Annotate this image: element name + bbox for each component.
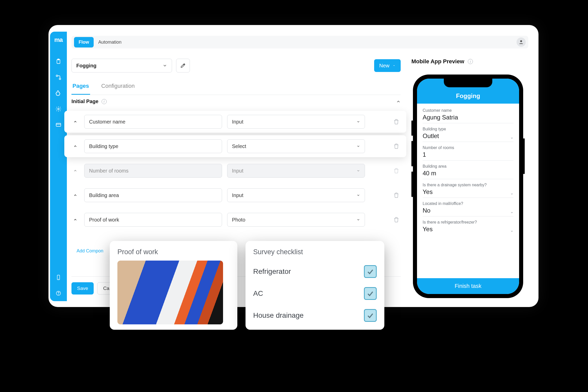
field-row[interactable]: Number of rooms Input	[64, 160, 406, 182]
collapse-icon[interactable]	[396, 99, 401, 104]
phone-field: Number of rooms 1	[423, 145, 513, 161]
chevron-down-icon	[357, 144, 360, 148]
phone-field[interactable]: Building type Outlet⌄	[423, 127, 513, 142]
topbar: Flow Automation	[71, 36, 528, 48]
logo: ma	[54, 36, 63, 43]
chevron-down-icon	[357, 193, 360, 197]
edit-button[interactable]	[176, 59, 190, 72]
workflow-select[interactable]: Fogging	[71, 59, 172, 72]
chevron-up-icon[interactable]	[71, 193, 79, 197]
phone-field[interactable]: Is there a refrigerator/freezer? Yes⌄	[423, 220, 513, 235]
svg-point-4	[58, 108, 59, 110]
help-icon[interactable]	[54, 289, 63, 298]
field-type-select[interactable]: Input	[227, 188, 365, 202]
subtab-configuration[interactable]: Configuration	[100, 78, 136, 95]
chevron-up-icon[interactable]	[71, 169, 79, 173]
svg-point-2	[56, 75, 58, 77]
field-row[interactable]: Building area Input	[64, 184, 406, 206]
field-name-input[interactable]: Number of rooms	[84, 164, 222, 178]
svg-point-3	[59, 78, 61, 80]
chevron-down-icon	[357, 169, 360, 173]
phone-title: Fogging	[456, 92, 480, 100]
section-title: Initial Page	[71, 99, 99, 104]
svg-point-10	[58, 294, 59, 295]
section-header: Initial Page i	[71, 99, 401, 104]
add-component-link[interactable]: Add Compon	[77, 248, 103, 254]
workflow-icon[interactable]	[54, 73, 63, 82]
chevron-up-icon[interactable]	[71, 144, 79, 148]
trash-icon[interactable]	[394, 192, 399, 198]
field-name-input[interactable]: Proof of work	[84, 213, 222, 227]
popover-title: Proof of work	[117, 248, 230, 256]
subtab-pages[interactable]: Pages	[71, 78, 90, 95]
trash-icon[interactable]	[394, 119, 399, 125]
tab-flow[interactable]: Flow	[74, 37, 94, 47]
chevron-down-icon	[163, 63, 167, 68]
field-name-input[interactable]: Building area	[84, 188, 222, 202]
svg-point-11	[520, 40, 522, 42]
clipboard-icon[interactable]	[54, 57, 63, 66]
puzzle-icon[interactable]	[54, 89, 63, 97]
phone-field[interactable]: Located in mall/office? No⌄	[423, 201, 513, 216]
checklist-item: House drainage	[253, 304, 377, 326]
subtabs: Pages Configuration	[71, 78, 401, 95]
chevron-down-icon	[357, 120, 360, 124]
new-button[interactable]: New	[374, 59, 401, 72]
trash-icon[interactable]	[394, 143, 399, 149]
checkbox-checked[interactable]	[364, 265, 377, 278]
proof-photo	[117, 261, 223, 324]
trash-icon[interactable]	[394, 217, 399, 223]
checkbox-checked[interactable]	[364, 287, 377, 300]
info-icon[interactable]: i	[468, 59, 473, 64]
chevron-down-icon: ⌄	[510, 135, 513, 140]
workflow-name: Fogging	[76, 63, 96, 69]
phone-body: Customer name Agung Satria Building type…	[417, 104, 519, 235]
finish-task-button[interactable]: Finish task	[417, 278, 519, 294]
field-row[interactable]: Customer name Input	[64, 111, 406, 133]
card-icon[interactable]	[54, 120, 63, 129]
chevron-down-icon: ⌄	[510, 191, 513, 195]
caret-down-icon	[393, 64, 396, 67]
preview-panel: Mobile App Preview i	[411, 58, 526, 71]
chevron-down-icon: ⌄	[510, 228, 513, 233]
checkbox-checked[interactable]	[364, 309, 377, 322]
user-avatar[interactable]	[517, 38, 526, 47]
phone-field[interactable]: Is there a drainage system nearby? Yes⌄	[423, 183, 513, 198]
trash-icon[interactable]	[394, 168, 399, 174]
survey-checklist-popover: Survey checklist Refrigerator AC House d…	[246, 241, 384, 330]
svg-rect-5	[56, 123, 61, 126]
toolbar: Fogging New	[71, 58, 401, 73]
gear-icon[interactable]	[54, 105, 63, 113]
tab-automation[interactable]: Automation	[94, 37, 126, 47]
field-type-select[interactable]: Input	[227, 164, 365, 178]
phone-mockup: Fogging Customer name Agung Satria Build…	[413, 75, 523, 298]
proof-of-work-popover: Proof of work	[110, 241, 237, 330]
field-row[interactable]: Proof of work Photo	[64, 209, 406, 231]
popover-title: Survey checklist	[253, 248, 377, 256]
chevron-up-icon[interactable]	[71, 120, 79, 124]
phone-field: Building area 40 m	[423, 164, 513, 179]
checklist-item: AC	[253, 283, 377, 304]
field-name-input[interactable]: Customer name	[84, 115, 222, 129]
preview-title: Mobile App Preview	[411, 58, 464, 65]
checklist-item: Refrigerator	[253, 261, 377, 283]
field-type-select[interactable]: Photo	[227, 213, 365, 227]
info-icon[interactable]: i	[102, 99, 107, 104]
field-row[interactable]: Building type Select	[64, 135, 406, 157]
pencil-icon	[180, 63, 186, 68]
chevron-down-icon	[357, 218, 360, 222]
phone-icon[interactable]	[54, 273, 63, 282]
save-button[interactable]: Save	[71, 282, 94, 295]
field-type-select[interactable]: Select	[227, 139, 365, 153]
chevron-up-icon[interactable]	[71, 218, 79, 222]
new-label: New	[379, 63, 389, 69]
phone-field: Customer name Agung Satria	[423, 108, 513, 123]
field-rows: Customer name Input Building type Select…	[64, 111, 406, 233]
field-name-input[interactable]: Building type	[84, 139, 222, 153]
chevron-down-icon: ⌄	[510, 209, 513, 214]
phone-notch	[444, 79, 492, 87]
field-type-select[interactable]: Input	[227, 115, 365, 129]
